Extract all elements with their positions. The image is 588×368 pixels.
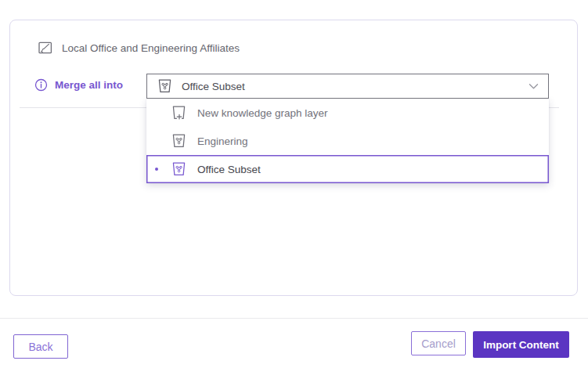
selected-bullet	[155, 168, 158, 171]
select-value: Office Subset	[182, 81, 520, 92]
source-layer-label: Local Office and Engineering Affiliates	[62, 42, 240, 54]
menu-item-label: Enginering	[197, 135, 248, 147]
merge-target-menu: New knowledge graph layer Enginering	[146, 99, 549, 183]
merge-target-select[interactable]: Office Subset	[146, 74, 549, 99]
back-button[interactable]: Back	[13, 334, 68, 359]
sketch-layer-icon	[38, 41, 52, 54]
chevron-down-icon	[528, 83, 539, 90]
merge-row: Merge all into	[34, 78, 123, 92]
import-content-button[interactable]: Import Content	[473, 331, 569, 358]
cancel-button[interactable]: Cancel	[411, 331, 466, 355]
knowledge-graph-layer-icon	[171, 162, 187, 176]
menu-item-office-subset[interactable]: Office Subset	[146, 155, 549, 183]
source-layer-row: Local Office and Engineering Affiliates	[38, 41, 240, 54]
menu-item-label: Office Subset	[197, 164, 261, 175]
merge-all-into-label: Merge all into	[55, 79, 123, 91]
menu-item-label: New knowledge graph layer	[197, 107, 328, 119]
knowledge-graph-layer-icon	[157, 79, 173, 93]
info-icon[interactable]	[34, 78, 48, 92]
menu-item-enginering[interactable]: Enginering	[146, 127, 549, 155]
menu-item-new-knowledge-graph-layer[interactable]: New knowledge graph layer	[146, 99, 549, 127]
new-knowledge-graph-layer-icon	[171, 106, 187, 121]
footer-divider	[0, 318, 588, 319]
knowledge-graph-layer-icon	[171, 134, 187, 148]
